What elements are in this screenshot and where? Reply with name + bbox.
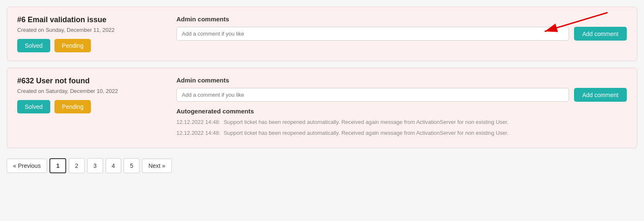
ticket-2-title: #632 User not found <box>17 77 160 85</box>
page-button-4[interactable]: 4 <box>106 158 122 173</box>
ticket-1-actions: Solved Pending <box>17 39 160 52</box>
ticket-1-solved-button[interactable]: Solved <box>17 39 50 52</box>
ticket-card-1: #6 Email validation issue Created on Sun… <box>7 7 637 61</box>
ticket-card-2: #632 User not found Created on Saturday,… <box>7 68 637 148</box>
ticket-1-left: #6 Email validation issue Created on Sun… <box>17 15 160 52</box>
ticket-2-actions: Solved Pending <box>17 100 160 113</box>
ticket-2-add-comment-button[interactable]: Add comment <box>574 88 627 102</box>
ticket-1-comment-input[interactable] <box>176 27 569 41</box>
prev-page-button[interactable]: « Previous <box>7 159 47 173</box>
ticket-2-comment-input[interactable] <box>176 88 569 102</box>
page-button-1[interactable]: 1 <box>49 158 66 173</box>
ticket-1-add-comment-button[interactable]: Add comment <box>574 27 627 41</box>
ticket-1-admin-comments-label: Admin comments <box>176 15 627 23</box>
ticket-2-date: Created on Saturday, December 10, 2022 <box>17 88 160 94</box>
autogen-comment-item: 12.12.2022 14:48:Support ticket has been… <box>176 129 627 137</box>
ticket-2-solved-button[interactable]: Solved <box>17 100 50 113</box>
ticket-1-title: #6 Email validation issue <box>17 15 160 24</box>
ticket-2-comment-row: Add comment <box>176 88 627 102</box>
next-page-button[interactable]: Next » <box>142 159 171 173</box>
autogen-text: Support ticket has been reopened automat… <box>224 118 509 126</box>
autogen-text: Support ticket has been reopened automat… <box>224 129 509 137</box>
ticket-2-left: #632 User not found Created on Saturday,… <box>17 77 160 113</box>
ticket-2-right: Admin comments Add comment Autogenerated… <box>176 77 627 139</box>
autogen-comment-item: 12.12.2022 14:48:Support ticket has been… <box>176 118 627 126</box>
ticket-1-right: Admin comments Add comment <box>176 15 627 46</box>
page-button-2[interactable]: 2 <box>69 158 85 173</box>
page-buttons-container: 12345 <box>49 158 140 173</box>
autogen-timestamp: 12.12.2022 14:48: <box>176 129 220 137</box>
ticket-1-pending-button[interactable]: Pending <box>54 39 91 52</box>
pagination: « Previous 12345 Next » <box>7 155 637 177</box>
ticket-2-admin-comments-label: Admin comments <box>176 77 627 84</box>
page-button-5[interactable]: 5 <box>124 158 140 173</box>
autogen-timestamp: 12.12.2022 14:48: <box>176 118 220 126</box>
page-button-3[interactable]: 3 <box>87 158 103 173</box>
ticket-2-pending-button[interactable]: Pending <box>54 100 91 113</box>
ticket-2-autogenerated-label: Autogenerated comments <box>176 108 627 115</box>
autogen-comments-container: 12.12.2022 14:48:Support ticket has been… <box>176 118 627 137</box>
ticket-1-comment-row: Add comment <box>176 27 627 41</box>
ticket-1-date: Created on Sunday, December 11, 2022 <box>17 27 160 33</box>
